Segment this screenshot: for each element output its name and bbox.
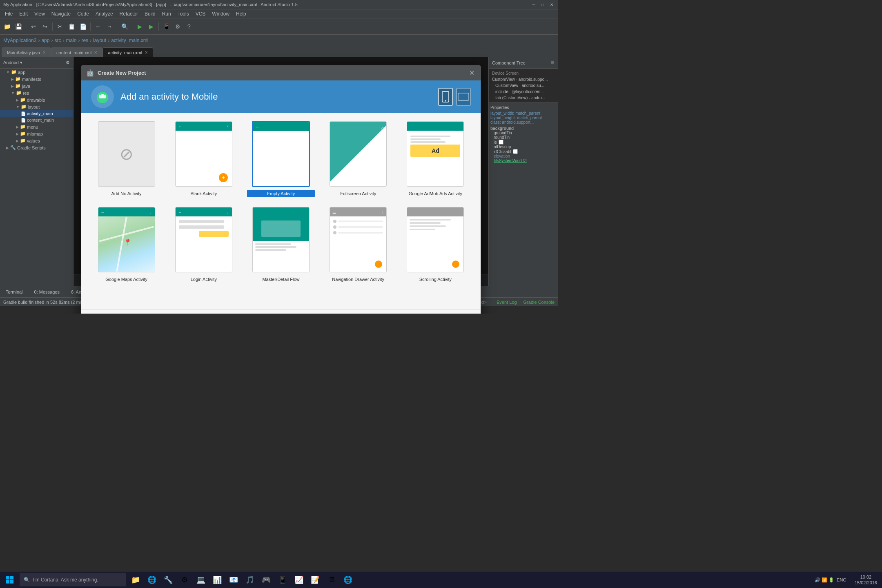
android-studio-icon: 🤖 (86, 69, 94, 77)
tree-arrow-manifests: ▶ (11, 77, 14, 81)
minimize-button[interactable]: ─ (531, 2, 537, 7)
login-submit-btn (199, 231, 229, 237)
menu-tools[interactable]: Tools (174, 10, 192, 18)
toolbar-cut-btn[interactable]: ✂ (55, 21, 65, 32)
activity-card-login[interactable]: ← ⋮ Login Acti (168, 205, 239, 285)
bottom-tab-terminal[interactable]: Terminal (2, 289, 27, 295)
toolbar-debug-btn[interactable]: ▶ (146, 21, 156, 32)
tree-label-menu: menu (27, 125, 38, 129)
component-tree-item-2[interactable]: CustomView - android.su... (490, 82, 556, 89)
project-dropdown[interactable]: Android ▾ (3, 60, 22, 65)
bottom-tab-messages[interactable]: 0: Messages (30, 289, 64, 295)
menu-analyze[interactable]: Analyze (92, 10, 116, 18)
tab-activity-main[interactable]: activity_main.xml ✕ (102, 47, 153, 57)
prop-width[interactable]: layout_width: match_parent (490, 111, 556, 116)
toolbar-run-btn[interactable]: ▶ (134, 21, 145, 32)
tree-item-activity-main[interactable]: 📄 activity_main (0, 110, 73, 117)
elevation-label[interactable]: elevation (490, 154, 556, 158)
activity-card-masterdetail[interactable]: Master/Detail Flow (245, 205, 316, 285)
menu-run[interactable]: Run (159, 10, 174, 18)
tree-item-gradle[interactable]: ▶ 🔧 Gradle Scripts (0, 144, 73, 151)
toolbar-back-btn[interactable]: ← (93, 21, 103, 32)
tree-item-drawable[interactable]: ▶ 📁 drawable (0, 96, 73, 103)
toolbar-paste-btn[interactable]: 📄 (78, 21, 88, 32)
activity-card-blank[interactable]: ← ⋮ + Blank Activity (168, 120, 239, 199)
toolbar-sdk-btn[interactable]: ⚙ (172, 21, 183, 32)
tree-item-app[interactable]: ▼ 📁 app (0, 69, 73, 76)
component-tree-item-4[interactable]: fab (CustomView) - andro... (490, 95, 556, 101)
tree-item-java[interactable]: ▶ 📁 java (0, 82, 73, 89)
activity-card-fullscreen[interactable]: ⤢ Fullscreen Activity (323, 120, 394, 199)
menu-code[interactable]: Code (74, 10, 92, 18)
tab-content-main[interactable]: content_main.xml ✕ (51, 47, 102, 57)
tab-activity-main-label: activity_main.xml (108, 50, 142, 55)
component-tree-settings[interactable]: ⚙ (550, 60, 555, 65)
dialog-close-button[interactable]: ✕ (468, 69, 476, 77)
gradle-console-btn[interactable]: Gradle Console (523, 300, 555, 305)
toolbar-copy-btn[interactable]: 📋 (66, 21, 77, 32)
activity-card-admob[interactable]: Ad Google AdMob Ads Activity (400, 120, 471, 199)
tablet-device-icon[interactable] (456, 88, 471, 106)
breadcrumb-src[interactable]: src (54, 38, 61, 43)
breadcrumb-layout[interactable]: layout (93, 38, 106, 43)
tab-activity-main-close[interactable]: ✕ (145, 50, 148, 55)
background-color2-label: roundTin (490, 135, 556, 140)
component-tree-item-1[interactable]: CustomView - android.suppo... (490, 76, 556, 82)
tree-item-layout[interactable]: ▼ 📁 layout (0, 103, 73, 110)
project-settings-btn[interactable]: ⚙ (66, 60, 70, 65)
toolbar-sep-6 (158, 22, 159, 31)
toolbar-open-btn[interactable]: 📁 (2, 21, 12, 32)
menu-window[interactable]: Window (209, 10, 233, 18)
tab-mainactivity-close[interactable]: ✕ (42, 50, 46, 55)
menu-file[interactable]: File (2, 10, 16, 18)
background-checkbox[interactable] (499, 140, 503, 145)
tab-mainactivity[interactable]: MainActivity.java ✕ (2, 47, 51, 57)
menu-edit[interactable]: Edit (16, 10, 31, 18)
component-tree-item-3[interactable]: include - @layout/conten... (490, 89, 556, 95)
tree-item-mipmap[interactable]: ▶ 📁 mipmap (0, 130, 73, 137)
tree-item-content-main[interactable]: 📄 content_main (0, 117, 73, 123)
menu-help[interactable]: Help (233, 10, 249, 18)
close-button[interactable]: ✕ (549, 2, 555, 7)
toolbar-avd-btn[interactable]: 📱 (161, 21, 172, 32)
breadcrumb-app2[interactable]: app (41, 38, 49, 43)
menu-refactor[interactable]: Refactor (116, 10, 141, 18)
window-controls[interactable]: ─ □ ✕ (531, 2, 555, 7)
toolbar-redo-btn[interactable]: ↪ (40, 21, 50, 32)
menu-view[interactable]: View (31, 10, 48, 18)
tree-item-menu[interactable]: ▶ 📁 menu (0, 123, 73, 130)
activity-card-empty[interactable]: ← Empty Activity (245, 120, 316, 199)
activity-card-maps[interactable]: ← ⋮ 📍 (91, 205, 162, 285)
tree-item-res[interactable]: ▼ 📁 res (0, 89, 73, 96)
menu-navigate[interactable]: Navigate (48, 10, 74, 18)
breadcrumb-app[interactable]: MyApplication3 (3, 38, 36, 43)
activity-card-navdrawer[interactable]: ☰ ⋮ (323, 205, 394, 285)
menu-vcs[interactable]: VCS (192, 10, 209, 18)
dialog-hero-title: Add an activity to Mobile (120, 91, 218, 102)
maximize-button[interactable]: □ (540, 2, 546, 7)
toolbar-help-btn[interactable]: ? (184, 21, 194, 32)
breadcrumb-main[interactable]: main (66, 38, 76, 43)
md-line-1 (255, 243, 291, 245)
toolbar-search-btn[interactable]: 🔍 (119, 21, 130, 32)
menu-build[interactable]: Build (141, 10, 159, 18)
activity-card-scrolling[interactable]: Scrolling Activity (400, 205, 471, 285)
maps-map-area: 📍 (98, 216, 155, 272)
fits-system-windows[interactable]: fitsSystemWind ☑ (490, 158, 556, 163)
activity-card-no-activity[interactable]: ⊘ Add No Activity (91, 120, 162, 199)
phone-device-icon[interactable] (438, 88, 453, 106)
toolbar-undo-btn[interactable]: ↩ (28, 21, 39, 32)
breadcrumb-file[interactable]: activity_main.xml (111, 38, 148, 43)
nd-line-3 (338, 232, 383, 234)
prop-height[interactable]: layout_height: match_parent (490, 116, 556, 120)
prop-class[interactable]: class: android.support... (490, 120, 556, 125)
event-log-btn[interactable]: Event Log (497, 300, 517, 305)
toolbar-save-btn[interactable]: 💾 (13, 21, 24, 32)
breadcrumb-res[interactable]: res (81, 38, 88, 43)
tab-content-main-close[interactable]: ✕ (94, 50, 97, 55)
toolbar-forward-btn[interactable]: → (104, 21, 115, 32)
tree-item-manifests[interactable]: ▶ 📁 manifests (0, 76, 73, 82)
tree-item-values[interactable]: ▶ 📁 values (0, 137, 73, 144)
clickable-checkbox[interactable] (513, 149, 518, 154)
blank-phone-mockup: ← ⋮ + (176, 122, 232, 186)
